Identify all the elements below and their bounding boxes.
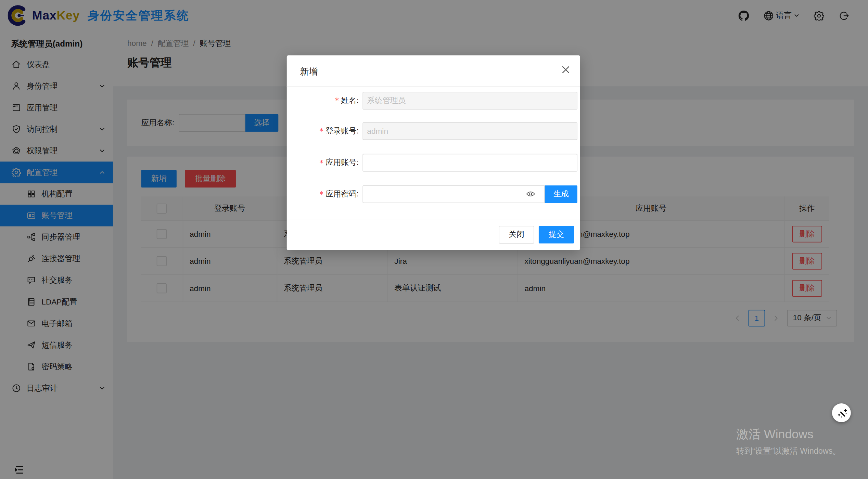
field-row-login: *登录账号: [287, 122, 580, 140]
modal-footer: 关闭 提交 [499, 226, 574, 244]
modal-footer-divider [287, 220, 580, 220]
magic-wand-icon [835, 407, 848, 419]
modal-header-divider [287, 86, 580, 87]
app-window: MaxKey 身份安全管理系统 语言 [0, 0, 868, 479]
magic-wand-button[interactable] [832, 403, 851, 422]
add-account-modal: 新增 *姓名: *登录账号: *应用账号: *应用密码: 生成 关闭 提交 [287, 55, 580, 250]
field-row-name: *姓名: [287, 92, 580, 109]
login-label: *登录账号: [319, 122, 359, 140]
submit-button[interactable]: 提交 [539, 226, 574, 244]
app-password-field[interactable] [362, 185, 545, 203]
field-row-app-password: *应用密码: 生成 [287, 185, 580, 203]
login-account-field[interactable] [362, 122, 577, 140]
name-label: *姓名: [335, 92, 359, 109]
app-account-label: *应用账号: [319, 154, 359, 172]
close-icon[interactable] [561, 65, 571, 75]
app-password-label: *应用密码: [319, 185, 359, 203]
app-account-field[interactable] [362, 154, 577, 172]
generate-password-button[interactable]: 生成 [545, 185, 577, 203]
eye-icon[interactable] [526, 189, 535, 198]
modal-title: 新增 [300, 66, 318, 78]
windows-activation-watermark: 激活 Windows 转到“设置”以激活 Windows。 [736, 426, 841, 456]
name-field[interactable] [362, 92, 577, 109]
close-button[interactable]: 关闭 [499, 226, 534, 244]
field-row-app-account: *应用账号: [287, 154, 580, 172]
